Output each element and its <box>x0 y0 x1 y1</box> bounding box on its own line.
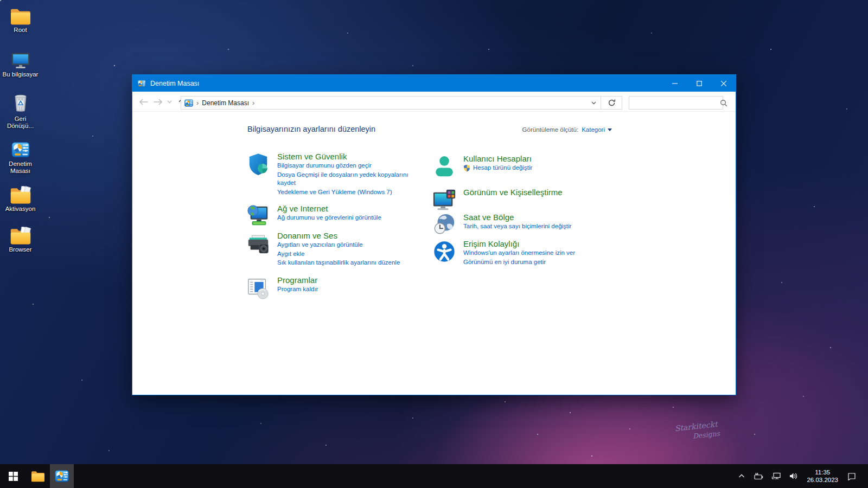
address-dropdown-button[interactable] <box>586 101 601 105</box>
category-task-link[interactable]: Aygıtları ve yazıcıları görüntüle <box>277 241 363 249</box>
category-appearance-personalization: Görünüm ve Kişiselleştirme <box>432 188 563 213</box>
desktop-icon-computer[interactable]: Bu bilgisayar <box>0 48 41 78</box>
action-center-button[interactable] <box>843 464 860 488</box>
category-links: Bilgisayar durumunu gözden geçir Dosya G… <box>277 162 409 196</box>
category-task-link-row: Program kaldır <box>277 285 318 294</box>
category-task-link[interactable]: Windows'un ayarları önermesine izin ver <box>463 249 575 258</box>
network-icon <box>771 472 781 480</box>
dropdown-caret-icon <box>608 129 612 131</box>
refresh-button[interactable] <box>601 96 622 110</box>
forward-button[interactable] <box>151 92 166 112</box>
breadcrumb-chevron-icon[interactable]: › <box>252 99 254 106</box>
back-button[interactable] <box>136 92 151 112</box>
address-bar[interactable]: › Denetim Masası › <box>181 96 601 110</box>
desktop-icon-label: Aktivasyon <box>5 206 36 213</box>
recent-locations-button[interactable] <box>165 92 174 112</box>
category-task-link-row: Aygıtları ve yazıcıları görüntüle <box>277 241 400 249</box>
category-ease-of-access: Erişim Kolaylığı Windows'un ayarları öne… <box>432 239 575 267</box>
category-icon[interactable] <box>432 213 457 237</box>
category-links: Windows'un ayarları önermesine izin ver … <box>463 249 575 266</box>
view-by-dropdown[interactable]: Kategori <box>582 126 612 133</box>
desktop-icon-folder-files[interactable]: Browser <box>0 223 41 253</box>
maximize-icon <box>697 81 702 86</box>
category-title-link[interactable]: Sistem ve Güvenlik <box>277 152 409 162</box>
tray-overflow-button[interactable] <box>733 464 750 488</box>
tray-battery-button[interactable] <box>750 464 768 488</box>
category-network-internet: Ağ ve Internet Ağ durumunu ve görevlerin… <box>246 204 381 229</box>
category-icon[interactable] <box>246 231 271 256</box>
category-icon[interactable] <box>246 152 271 177</box>
minimize-icon <box>672 81 678 86</box>
category-links: Tarih, saat veya sayı biçimlerini değişt… <box>463 222 571 231</box>
category-task-link[interactable]: Sık kullanılan taşınabilirlik ayarlarını… <box>277 259 400 267</box>
titlebar[interactable]: Denetim Masası <box>132 75 736 92</box>
desktop-icon-folder-files[interactable]: Aktivasyon <box>0 182 41 213</box>
category-icon[interactable] <box>432 154 457 179</box>
category-task-link[interactable]: Hesap türünü değiştir <box>473 164 532 172</box>
uac-shield-icon <box>463 164 470 172</box>
category-title-link[interactable]: Görünüm ve Kişiselleştirme <box>463 188 563 197</box>
category-task-link[interactable]: Yedekleme ve Geri Yükleme (Windows 7) <box>277 188 392 197</box>
category-task-link-row: Aygıt ekle <box>277 250 400 259</box>
category-title-link[interactable]: Erişim Kolaylığı <box>463 239 575 249</box>
category-task-link[interactable]: Dosya Geçmişi ile dosyaların yedek kopya… <box>277 171 409 188</box>
category-hardware-sound: Donanım ve Ses Aygıtları ve yazıcıları g… <box>246 231 400 268</box>
category-icon[interactable] <box>246 204 271 229</box>
windows-logo-icon <box>9 472 18 481</box>
close-button[interactable] <box>711 75 736 92</box>
desktop-icon-image[interactable] <box>10 182 31 204</box>
taskbar: 11:35 26.03.2023 <box>0 464 868 488</box>
category-icon[interactable] <box>432 239 457 264</box>
window-title: Denetim Masası <box>150 80 199 87</box>
category-task-link-row: Windows'un ayarları önermesine izin ver <box>463 249 575 258</box>
start-button[interactable] <box>0 464 26 488</box>
navigation-toolbar: › Denetim Masası › <box>132 92 736 112</box>
category-title-link[interactable]: Saat ve Bölge <box>463 213 571 222</box>
taskbar-clock[interactable]: 11:35 26.03.2023 <box>802 468 843 484</box>
battery-charging-icon <box>754 472 764 480</box>
page-title: Bilgisayarınızın ayarlarını düzenleyin <box>247 125 375 133</box>
breadcrumb[interactable]: Denetim Masası <box>202 99 249 107</box>
desktop-icon-image[interactable] <box>11 137 30 159</box>
view-by-value[interactable]: Kategori <box>582 126 605 133</box>
desktop-icon-control-panel[interactable]: Denetim Masası <box>0 137 41 175</box>
desktop-icon-image[interactable] <box>10 48 31 69</box>
category-system-security: Sistem ve Güvenlik Bilgisayar durumunu g… <box>246 152 409 197</box>
taskbar-file-explorer-button[interactable] <box>26 464 50 488</box>
action-center-icon <box>847 472 857 481</box>
desktop-icon-image[interactable] <box>10 223 31 245</box>
category-icon[interactable] <box>432 188 457 213</box>
minimize-button[interactable] <box>662 75 687 92</box>
category-title-link[interactable]: Donanım ve Ses <box>277 231 400 241</box>
category-title-link[interactable]: Programlar <box>277 275 318 285</box>
desktop-icon-label: Geri Dönüşü... <box>1 115 41 130</box>
refresh-icon <box>608 99 616 107</box>
category-task-link[interactable]: Tarih, saat veya sayı biçimlerini değişt… <box>463 222 571 231</box>
chevron-up-icon <box>737 472 746 480</box>
category-task-link[interactable]: Ağ durumunu ve görevlerini görüntüle <box>277 214 381 222</box>
maximize-button[interactable] <box>687 75 711 92</box>
category-task-link[interactable]: Görünümü en iyi duruma getir <box>463 258 546 267</box>
view-by-label: Görüntüleme ölçütü: <box>522 126 579 133</box>
category-task-link-row: Yedekleme ve Geri Yükleme (Windows 7) <box>277 188 409 197</box>
tray-network-button[interactable] <box>768 464 785 488</box>
search-icon[interactable] <box>720 99 727 107</box>
desktop-icon-recycle-bin[interactable]: Geri Dönüşü... <box>0 92 41 130</box>
desktop-icon-image[interactable] <box>10 3 31 25</box>
forward-arrow-icon <box>154 99 163 105</box>
category-title-link[interactable]: Ağ ve Internet <box>277 204 381 214</box>
category-task-link[interactable]: Aygıt ekle <box>277 250 304 259</box>
category-task-link[interactable]: Program kaldır <box>277 285 318 294</box>
category-task-link-row: Dosya Geçmişi ile dosyaların yedek kopya… <box>277 171 409 188</box>
tray-volume-button[interactable] <box>785 464 802 488</box>
category-icon[interactable] <box>246 275 271 300</box>
category-task-link[interactable]: Bilgisayar durumunu gözden geçir <box>277 162 372 170</box>
desktop-icon-folder[interactable]: Root <box>0 3 41 34</box>
chevron-down-icon <box>591 101 596 105</box>
taskbar-control-panel-button[interactable] <box>50 464 74 488</box>
desktop: Starkiteckt Designs Root Bu bilgisayar G… <box>0 0 868 488</box>
desktop-icon-image[interactable] <box>11 92 30 114</box>
category-task-link-row: Tarih, saat veya sayı biçimlerini değişt… <box>463 222 571 231</box>
category-title-link[interactable]: Kullanıcı Hesapları <box>463 154 532 164</box>
search-input[interactable] <box>629 99 720 107</box>
